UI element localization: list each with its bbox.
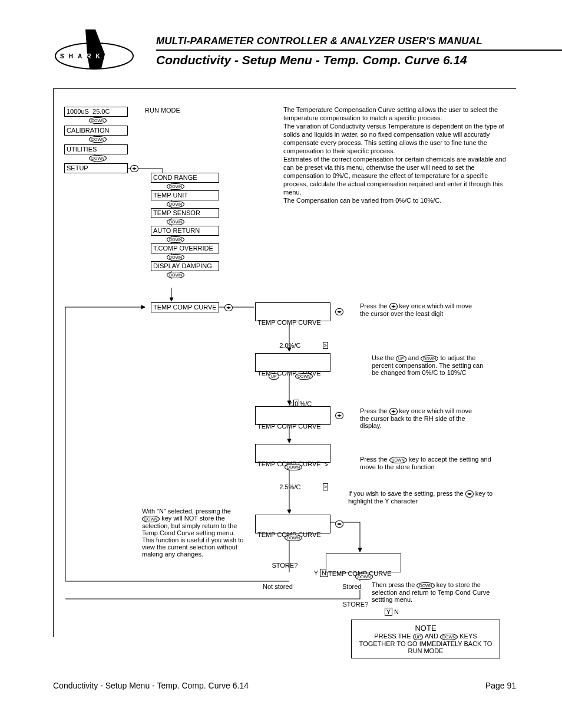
description-block: The Temperature Compensation Curve setti… <box>283 106 507 205</box>
arrows-key-icon: ◂▸ <box>465 490 474 498</box>
menu-temp-unit: TEMP UNIT <box>151 190 219 200</box>
menu-setup: SETUP <box>64 163 128 173</box>
tcc-val4: 2.5%/C <box>279 483 300 490</box>
down-key-icon: DOWN <box>285 464 302 470</box>
arrows-key-icon: ◂▸ <box>335 521 343 528</box>
svg-marker-31 <box>141 305 145 309</box>
shark-logo <box>53 29 135 71</box>
arrows-key-icon: ◂▸ <box>335 308 343 315</box>
step-4: Press the DOWN key to accept the setting… <box>360 456 501 470</box>
step-3: Press the ◂▸ key once which will move th… <box>360 407 478 429</box>
arrows-key-icon: ◂▸ <box>389 408 398 415</box>
svg-marker-26 <box>358 548 362 552</box>
tcc-store-n-box: TEMP COMP CURVE STORE? Y N <box>255 515 330 533</box>
up-key-icon: UP <box>413 634 424 640</box>
tcc-box-4: TEMP COMP CURVE 2.5%/C> <box>255 444 330 463</box>
svg-marker-13 <box>170 298 173 301</box>
svg-marker-22 <box>287 510 291 513</box>
tcc-title: TEMP COMP CURVE <box>257 370 328 377</box>
cursor-indicator: > <box>323 342 328 349</box>
content-frame: 1000uS 25.0C RUN MODE DOWN CALIBRATION D… <box>53 88 516 637</box>
menu-utilities: UTILITIES <box>64 144 128 154</box>
step-7: Then press the DOWN key to store the sel… <box>372 581 495 603</box>
tcc-title: TEMP COMP CURVE <box>257 319 328 327</box>
footer-left: Conductivity - Setup Menu - Temp. Comp. … <box>53 681 249 690</box>
down-key-icon: DOWN <box>167 236 184 243</box>
cursor-indicator: > <box>323 483 328 490</box>
arrows-key-icon: ◂▸ <box>335 412 343 419</box>
menu-auto-return: AUTO RETURN <box>151 226 219 236</box>
header-rule <box>156 50 562 51</box>
down-key-icon: DOWN <box>142 516 160 522</box>
menu-calibration: CALIBRATION <box>64 126 128 136</box>
step-2: Use the UP and DOWN to adjust the percen… <box>372 354 490 376</box>
down-key-icon: DOWN <box>167 201 184 207</box>
note-title: NOTE <box>356 624 495 633</box>
not-stored-label: Not stored <box>263 583 293 590</box>
tcc-box-1: TEMP COMP CURVE 2.0%/C> <box>255 302 330 321</box>
tcc-val1: 2.0%/C <box>279 342 300 349</box>
desc-p1: The Temperature Compensation Curve setti… <box>283 106 507 122</box>
page: SHARK MULTI-PARAMETER CONTROLLER & ANALY… <box>0 0 562 728</box>
down-key-icon: DOWN <box>89 155 107 162</box>
up-key-icon: UP <box>396 355 406 362</box>
step-1: Press the ◂▸ key once which will move th… <box>360 302 478 317</box>
down-key-icon: DOWN <box>89 117 107 124</box>
menu-temp-comp-curve: TEMP COMP CURVE <box>151 302 219 312</box>
desc-p2: The variation of Conductivity versus Tem… <box>283 122 507 155</box>
down-key-icon: DOWN <box>355 574 373 580</box>
step-5: If you wish to save the setting, press t… <box>348 490 507 505</box>
stored-label: Stored <box>342 583 361 590</box>
note-line3: RUN MODE <box>356 647 495 654</box>
down-key-icon: DOWN <box>167 254 184 261</box>
y-selected: Y <box>385 608 392 616</box>
tcc-box-2: TEMP COMP CURVE 2.0%/C > <box>255 353 330 372</box>
arrows-key-icon: ◂▸ <box>224 304 233 311</box>
down-key-icon: DOWN <box>440 634 458 640</box>
footer-right: Page 91 <box>485 681 516 690</box>
desc-p3: Estimates of the correct compensation fo… <box>283 155 507 196</box>
up-key-icon: UP <box>269 373 279 380</box>
menu-tcomp-override: T.COMP OVERRIDE <box>151 243 219 253</box>
step-6-n-note: With "N" selected, pressing the DOWN key… <box>142 508 248 558</box>
note-box: NOTE PRESS THE UP AND DOWN KEYS TOGETHER… <box>351 620 500 658</box>
down-key-icon: DOWN <box>167 272 184 278</box>
logo-letters: SHARK <box>60 53 131 60</box>
menu-display-damping: DISPLAY DAMPING <box>151 261 219 271</box>
down-key-icon: DOWN <box>421 355 438 362</box>
arrows-key-icon: ◂▸ <box>389 303 398 310</box>
display-run: 1000uS 25.0C <box>64 107 128 117</box>
down-key-icon: DOWN <box>389 457 407 463</box>
down-key-icon: DOWN <box>416 582 434 589</box>
section-title: Conductivity - Setup Menu - Temp. Comp. … <box>156 53 467 67</box>
down-key-icon: DOWN <box>285 535 302 541</box>
run-mode-label: RUN MODE <box>145 107 180 114</box>
tcc-box-3: TEMP COMP CURVE 2.5%/C > <box>255 406 330 425</box>
note-line1: PRESS THE UP AND DOWN KEYS <box>356 633 495 640</box>
store-line: STORE? Y N <box>257 554 328 585</box>
down-key-icon: DOWN <box>167 219 184 225</box>
down-key-icon: DOWN <box>167 183 184 190</box>
down-key-icon: DOWN <box>89 136 107 143</box>
desc-p4: The Compensation can be varied from 0%/C… <box>283 196 507 205</box>
manual-title: MULTI-PARAMETER CONTROLLER & ANALYZER US… <box>156 35 482 47</box>
menu-temp-sensor: TEMP SENSOR <box>151 208 219 218</box>
tcc-title: TEMP COMP CURVE <box>257 423 328 430</box>
down-key-icon: DOWN <box>295 373 313 380</box>
note-line2: TOGETHER TO GO IMMEDIATELY BACK TO <box>356 640 495 647</box>
arrows-key-icon: ◂▸ <box>130 165 138 172</box>
tcc-store-y-box: TEMP COMP CURVE STORE? Y N <box>326 554 401 572</box>
menu-cond-range: COND RANGE <box>151 173 219 183</box>
